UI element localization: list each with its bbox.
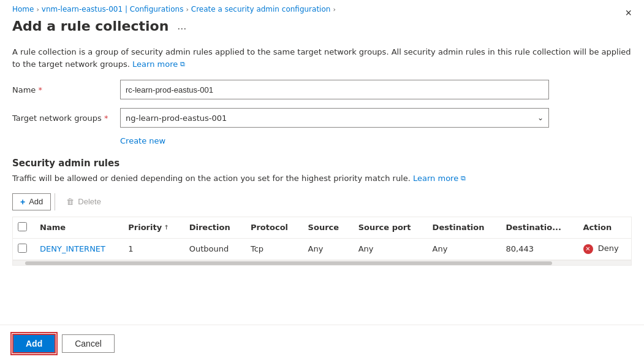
add-button[interactable]: Add: [12, 334, 56, 353]
col-source: Source: [301, 217, 351, 239]
cell-destination: Any: [425, 238, 499, 260]
delete-rule-button[interactable]: 🗑 Delete: [59, 194, 108, 209]
toolbar: + Add 🗑 Delete: [12, 193, 632, 210]
create-new-link[interactable]: Create new: [120, 136, 632, 145]
rule-name-link[interactable]: DENY_INTERNET: [40, 244, 105, 253]
chevron-down-icon: ⌄: [537, 114, 544, 122]
scrollbar-thumb: [25, 261, 552, 265]
breadcrumb-home[interactable]: Home: [12, 5, 34, 13]
description-text: A rule collection is a group of security…: [12, 46, 632, 70]
name-required-star: *: [39, 85, 43, 94]
target-required-star: *: [104, 114, 108, 123]
breadcrumb-sep-3: ›: [333, 6, 335, 13]
row-checkbox[interactable]: [18, 244, 27, 253]
table-row: DENY_INTERNET 1 Outbound Tcp Any Any Any…: [13, 238, 631, 260]
col-action: Action: [576, 217, 631, 239]
rules-table-container: Name Priority ↑ Direction: [12, 217, 632, 261]
security-learn-more-link[interactable]: Learn more ⧉: [413, 174, 466, 183]
cell-protocol: Tcp: [243, 238, 301, 260]
name-input[interactable]: [120, 80, 549, 99]
section-desc: Traffic will be allowed or denied depend…: [12, 172, 632, 185]
panel-title: Add a rule collection: [12, 18, 169, 34]
cell-destination-port: 80,443: [499, 238, 576, 260]
ellipsis-button[interactable]: ...: [173, 18, 190, 34]
breadcrumb-network[interactable]: vnm-learn-eastus-001 | Configurations: [42, 5, 184, 13]
cell-direction: Outbound: [182, 238, 243, 260]
panel-title-row: Add a rule collection ...: [0, 16, 644, 39]
target-select[interactable]: ng-learn-prod-eastus-001 ⌄: [120, 108, 549, 128]
breadcrumb-sep-2: ›: [186, 6, 188, 13]
description-learn-more-link[interactable]: Learn more ⧉: [132, 60, 185, 69]
cell-action: ✕ Deny: [576, 238, 631, 260]
select-all-checkbox[interactable]: [18, 222, 27, 231]
add-rule-label: Add: [29, 197, 43, 206]
close-button[interactable]: ×: [620, 5, 637, 21]
row-checkbox-cell: [13, 238, 32, 260]
external-link-icon: ⧉: [180, 60, 185, 68]
col-source-port: Source port: [351, 217, 425, 239]
col-destination: Destination: [425, 217, 499, 239]
target-select-value: ng-learn-prod-eastus-001: [126, 114, 537, 123]
header-checkbox-cell: [13, 217, 32, 239]
panel: Home › vnm-learn-eastus-001 | Configurat…: [0, 0, 644, 362]
cell-priority: 1: [121, 238, 181, 260]
panel-content: A rule collection is a group of security…: [0, 39, 644, 325]
col-direction: Direction: [182, 217, 243, 239]
cancel-button[interactable]: Cancel: [62, 334, 115, 353]
cell-name: DENY_INTERNET: [32, 238, 121, 260]
col-protocol: Protocol: [243, 217, 301, 239]
sort-icon: ↑: [164, 224, 169, 231]
breadcrumb-create[interactable]: Create a security admin configuration: [191, 5, 331, 13]
horizontal-scrollbar[interactable]: [12, 261, 632, 266]
rules-table: Name Priority ↑ Direction: [13, 217, 631, 260]
deny-icon: ✕: [583, 244, 593, 254]
plus-icon: +: [20, 197, 25, 207]
table-header-row: Name Priority ↑ Direction: [13, 217, 631, 239]
name-form-row: Name *: [12, 80, 632, 99]
trash-icon: 🗑: [66, 197, 74, 206]
add-rule-button[interactable]: + Add: [12, 193, 51, 210]
col-name: Name: [32, 217, 121, 239]
name-label: Name *: [12, 85, 110, 94]
target-form-row: Target network groups * ng-learn-prod-ea…: [12, 108, 632, 128]
section-title: Security admin rules: [12, 158, 632, 169]
toolbar-separator: [55, 193, 55, 210]
cell-source: Any: [301, 238, 351, 260]
panel-footer: Add Cancel: [0, 325, 644, 362]
cell-source-port: Any: [351, 238, 425, 260]
security-external-icon: ⧉: [461, 174, 466, 182]
breadcrumb: Home › vnm-learn-eastus-001 | Configurat…: [0, 0, 644, 16]
target-label: Target network groups *: [12, 114, 110, 123]
col-priority[interactable]: Priority ↑: [121, 217, 181, 239]
col-destination-port: Destinatio...: [499, 217, 576, 239]
delete-rule-label: Delete: [78, 197, 101, 206]
security-rules-section: Security admin rules Traffic will be all…: [12, 158, 632, 266]
breadcrumb-sep-1: ›: [36, 6, 39, 13]
